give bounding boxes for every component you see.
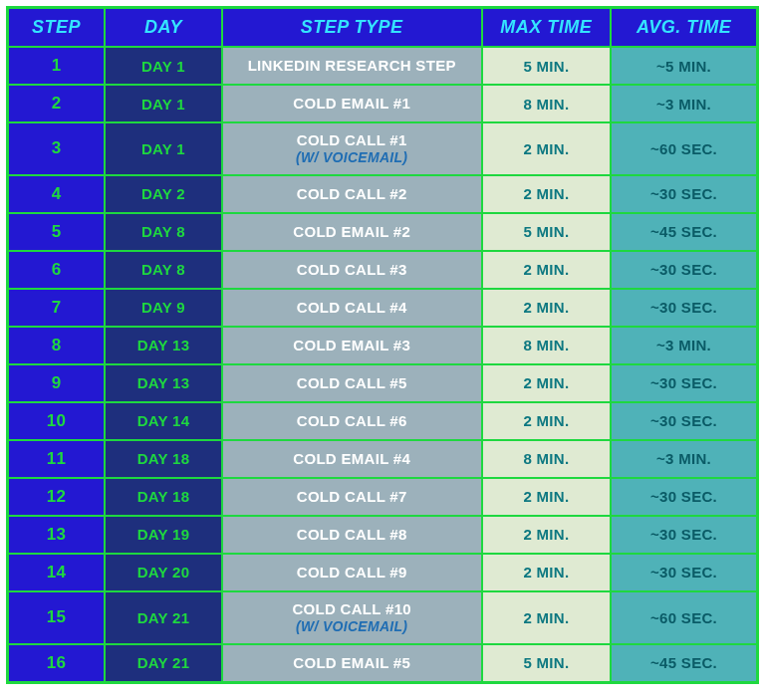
cell-step: 1: [8, 47, 106, 85]
cell-max-time: 2 MIN.: [482, 554, 611, 591]
table-row: 5DAY 8COLD EMAIL #25 MIN.~45 SEC.: [8, 213, 758, 251]
cell-day: DAY 18: [105, 478, 222, 516]
cell-max-time: 2 MIN.: [482, 289, 611, 327]
step-type-main: COLD CALL #4: [227, 299, 477, 317]
cell-day: DAY 8: [105, 213, 222, 251]
cell-max-time: 2 MIN.: [482, 478, 611, 516]
cell-step: 12: [8, 478, 106, 516]
cell-avg-time: ~30 SEC.: [611, 516, 757, 554]
cell-step-type: LINKEDIN RESEARCH STEP: [222, 47, 482, 85]
table-body: 1DAY 1LINKEDIN RESEARCH STEP5 MIN.~5 MIN…: [8, 47, 758, 682]
cell-max-time: 8 MIN.: [482, 85, 611, 122]
cell-day: DAY 20: [105, 554, 222, 591]
cell-step: 8: [8, 327, 106, 364]
cell-avg-time: ~5 MIN.: [611, 47, 757, 85]
cell-step: 7: [8, 289, 106, 327]
cell-max-time: 8 MIN.: [482, 440, 611, 478]
cell-avg-time: ~3 MIN.: [611, 327, 757, 364]
cell-avg-time: ~45 SEC.: [611, 644, 757, 683]
cell-avg-time: ~45 SEC.: [611, 213, 757, 251]
step-type-main: COLD EMAIL #1: [227, 95, 477, 113]
col-header-avg: AVG. TIME: [611, 8, 757, 48]
cell-max-time: 2 MIN.: [482, 591, 611, 644]
cell-day: DAY 1: [105, 47, 222, 85]
table-row: 3DAY 1COLD CALL #1(W/ VOICEMAIL)2 MIN.~6…: [8, 122, 758, 175]
cell-avg-time: ~30 SEC.: [611, 554, 757, 591]
cell-avg-time: ~30 SEC.: [611, 364, 757, 402]
cell-step-type: COLD EMAIL #2: [222, 213, 482, 251]
cell-avg-time: ~3 MIN.: [611, 440, 757, 478]
cell-avg-time: ~30 SEC.: [611, 478, 757, 516]
cell-max-time: 2 MIN.: [482, 175, 611, 213]
table-row: 13DAY 19COLD CALL #82 MIN.~30 SEC.: [8, 516, 758, 554]
cell-avg-time: ~30 SEC.: [611, 251, 757, 289]
table-row: 10DAY 14COLD CALL #62 MIN.~30 SEC.: [8, 402, 758, 440]
step-type-sub: (W/ VOICEMAIL): [227, 149, 477, 166]
cell-day: DAY 2: [105, 175, 222, 213]
col-header-day: DAY: [105, 8, 222, 48]
cell-step-type: COLD CALL #3: [222, 251, 482, 289]
cell-step-type: COLD CALL #10(W/ VOICEMAIL): [222, 591, 482, 644]
cell-step-type: COLD CALL #2: [222, 175, 482, 213]
table-header-row: STEP DAY STEP TYPE MAX TIME AVG. TIME: [8, 8, 758, 48]
cell-step: 4: [8, 175, 106, 213]
cell-step: 5: [8, 213, 106, 251]
table-row: 12DAY 18COLD CALL #72 MIN.~30 SEC.: [8, 478, 758, 516]
cell-max-time: 5 MIN.: [482, 47, 611, 85]
cell-max-time: 8 MIN.: [482, 327, 611, 364]
table-row: 1DAY 1LINKEDIN RESEARCH STEP5 MIN.~5 MIN…: [8, 47, 758, 85]
cell-day: DAY 21: [105, 591, 222, 644]
cell-avg-time: ~30 SEC.: [611, 402, 757, 440]
cell-day: DAY 18: [105, 440, 222, 478]
step-type-main: COLD CALL #9: [227, 564, 477, 582]
cell-max-time: 2 MIN.: [482, 516, 611, 554]
cell-step: 10: [8, 402, 106, 440]
step-type-main: COLD CALL #10: [227, 600, 477, 618]
step-type-main: COLD EMAIL #4: [227, 450, 477, 468]
cell-avg-time: ~3 MIN.: [611, 85, 757, 122]
cell-step-type: COLD EMAIL #3: [222, 327, 482, 364]
cell-step: 14: [8, 554, 106, 591]
table-row: 7DAY 9COLD CALL #42 MIN.~30 SEC.: [8, 289, 758, 327]
cell-step-type: COLD EMAIL #5: [222, 644, 482, 683]
cell-max-time: 5 MIN.: [482, 644, 611, 683]
step-type-main: COLD CALL #6: [227, 412, 477, 430]
cell-max-time: 2 MIN.: [482, 364, 611, 402]
cell-step-type: COLD CALL #4: [222, 289, 482, 327]
table-row: 14DAY 20COLD CALL #92 MIN.~30 SEC.: [8, 554, 758, 591]
cell-day: DAY 8: [105, 251, 222, 289]
cell-step-type: COLD CALL #6: [222, 402, 482, 440]
col-header-max: MAX TIME: [482, 8, 611, 48]
cell-step: 2: [8, 85, 106, 122]
cell-day: DAY 13: [105, 364, 222, 402]
step-type-main: COLD EMAIL #5: [227, 654, 477, 672]
cell-day: DAY 1: [105, 85, 222, 122]
cell-day: DAY 13: [105, 327, 222, 364]
cell-step: 11: [8, 440, 106, 478]
cell-max-time: 2 MIN.: [482, 402, 611, 440]
cell-step-type: COLD CALL #7: [222, 478, 482, 516]
cell-step: 6: [8, 251, 106, 289]
cell-max-time: 5 MIN.: [482, 213, 611, 251]
table-row: 2DAY 1COLD EMAIL #18 MIN.~3 MIN.: [8, 85, 758, 122]
cell-step: 13: [8, 516, 106, 554]
cadence-table: STEP DAY STEP TYPE MAX TIME AVG. TIME 1D…: [6, 6, 759, 684]
cell-avg-time: ~60 SEC.: [611, 591, 757, 644]
cell-avg-time: ~60 SEC.: [611, 122, 757, 175]
step-type-main: COLD CALL #2: [227, 185, 477, 203]
cell-step-type: COLD CALL #9: [222, 554, 482, 591]
cell-max-time: 2 MIN.: [482, 251, 611, 289]
cell-step-type: COLD EMAIL #1: [222, 85, 482, 122]
cell-max-time: 2 MIN.: [482, 122, 611, 175]
table-row: 11DAY 18COLD EMAIL #48 MIN.~3 MIN.: [8, 440, 758, 478]
col-header-type: STEP TYPE: [222, 8, 482, 48]
table-row: 4DAY 2COLD CALL #22 MIN.~30 SEC.: [8, 175, 758, 213]
cell-step-type: COLD CALL #8: [222, 516, 482, 554]
col-header-step: STEP: [8, 8, 106, 48]
cell-day: DAY 14: [105, 402, 222, 440]
step-type-main: COLD CALL #5: [227, 374, 477, 392]
cell-step: 9: [8, 364, 106, 402]
cell-avg-time: ~30 SEC.: [611, 289, 757, 327]
step-type-main: COLD CALL #1: [227, 131, 477, 149]
step-type-main: COLD CALL #3: [227, 261, 477, 279]
